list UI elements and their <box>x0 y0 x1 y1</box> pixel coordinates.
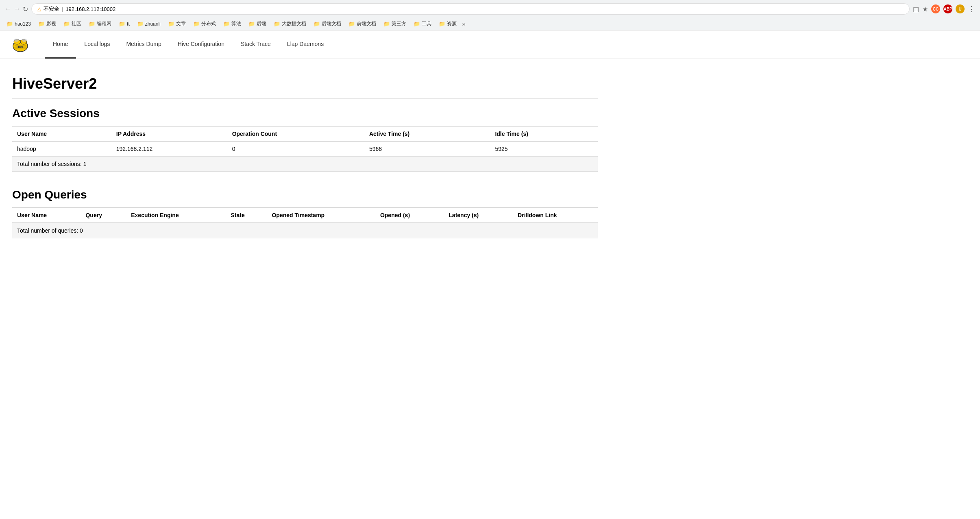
page-content: HiveServer2 Active Sessions User Name IP… <box>0 59 610 255</box>
svg-point-3 <box>14 39 19 42</box>
bookmark-folder-icon: 📁 <box>383 21 390 27</box>
bookmark-folder-icon: 📁 <box>348 21 355 27</box>
bookmark-wenzhang[interactable]: 📁 文章 <box>166 20 187 28</box>
page-title: HiveServer2 <box>12 75 598 99</box>
bookmark-folder-icon: 📁 <box>89 21 95 27</box>
bookmark-label: 工具 <box>422 20 431 27</box>
bookmark-gongju[interactable]: 📁 工具 <box>412 20 433 28</box>
bookmark-fenbushi[interactable]: 📁 分布式 <box>192 20 218 28</box>
bookmark-folder-icon: 📁 <box>248 21 255 27</box>
bookmark-folder-icon: 📁 <box>274 21 280 27</box>
col-oq-user-name: User Name <box>12 208 81 223</box>
bookmark-label: hao123 <box>15 21 31 27</box>
table-row: hadoop 192.168.2.112 0 5968 5925 <box>12 142 598 157</box>
bookmarks-overflow-icon[interactable]: » <box>462 21 466 27</box>
svg-text:HIVE: HIVE <box>17 45 24 49</box>
bookmark-label: 影视 <box>46 20 56 27</box>
bookmark-label: 分布式 <box>201 20 216 27</box>
bookmark-label: 社区 <box>72 20 81 27</box>
menu-icon[interactable]: ⋮ <box>968 4 975 13</box>
active-sessions-footer: Total number of sessions: 1 <box>12 156 598 172</box>
open-queries-table: User Name Query Execution Engine State O… <box>12 207 598 223</box>
bookmark-label: 资源 <box>447 20 457 27</box>
col-operation-count: Operation Count <box>227 126 364 142</box>
active-sessions-table: User Name IP Address Operation Count Act… <box>12 126 598 156</box>
abp-extension-icon[interactable]: ABP <box>943 4 952 13</box>
active-sessions-section: Active Sessions User Name IP Address Ope… <box>12 107 598 172</box>
cell-operation-count: 0 <box>227 142 364 157</box>
bookmark-folder-icon: 📁 <box>439 21 445 27</box>
bookmark-bianchengwang[interactable]: 📁 编程网 <box>87 20 113 28</box>
bookmark-label: 文章 <box>176 20 186 27</box>
col-oq-drilldown: Drilldown Link <box>513 208 598 223</box>
bookmark-ziyuan[interactable]: 📁 资源 <box>437 20 458 28</box>
bookmark-disanfang[interactable]: 📁 第三方 <box>382 20 408 28</box>
bookmark-folder-icon: 📁 <box>63 21 70 27</box>
bookmark-label: tt <box>127 21 130 27</box>
col-idle-time: Idle Time (s) <box>490 126 598 142</box>
bookmark-shequ[interactable]: 📁 社区 <box>62 20 83 28</box>
bookmark-folder-icon: 📁 <box>193 21 200 27</box>
bookmark-hao123[interactable]: 📁 hao123 <box>5 20 33 28</box>
cell-active-time: 5968 <box>364 142 490 157</box>
forward-icon[interactable]: → <box>14 5 20 13</box>
bookmark-zhuanli[interactable]: 📁 zhuanli <box>135 20 162 28</box>
open-queries-title: Open Queries <box>12 188 598 201</box>
bookmark-folder-icon: 📁 <box>119 21 125 27</box>
cc-extension-icon[interactable]: CC <box>931 4 940 13</box>
bookmark-houduan-doc[interactable]: 📁 后端文档 <box>312 20 343 28</box>
col-oq-query: Query <box>81 208 126 223</box>
bookmark-label: 算法 <box>231 20 241 27</box>
col-active-time: Active Time (s) <box>364 126 490 142</box>
hive-logo[interactable]: HIVE <box>8 35 33 55</box>
cell-idle-time: 5925 <box>490 142 598 157</box>
user-extension-icon[interactable]: U <box>956 4 965 13</box>
bookmark-folder-icon: 📁 <box>168 21 174 27</box>
bookmark-folder-icon: 📁 <box>137 21 144 27</box>
active-sessions-header-row: User Name IP Address Operation Count Act… <box>12 126 598 142</box>
col-oq-latency: Latency (s) <box>444 208 513 223</box>
extensions-icon[interactable]: ◫ <box>913 5 919 13</box>
bookmark-folder-icon: 📁 <box>414 21 420 27</box>
nav-hive-configuration[interactable]: Hive Configuration <box>170 31 233 59</box>
bookmark-label: 后端 <box>257 20 266 27</box>
reload-icon[interactable]: ↻ <box>23 5 28 13</box>
nav-local-logs[interactable]: Local logs <box>76 31 118 59</box>
browser-actions: ◫ ★ CC ABP U ⋮ <box>913 4 975 13</box>
bookmark-tt[interactable]: 📁 tt <box>117 20 131 28</box>
bookmark-label: 编程网 <box>97 20 111 27</box>
nav-stack-trace[interactable]: Stack Trace <box>233 31 279 59</box>
bookmark-folder-icon: 📁 <box>223 21 230 27</box>
bookmark-folder-icon: 📁 <box>7 21 13 27</box>
bookmark-houduan[interactable]: 📁 后端 <box>247 20 268 28</box>
bookmark-icon[interactable]: ★ <box>922 5 928 13</box>
col-oq-opened: Opened (s) <box>375 208 444 223</box>
open-queries-section: Open Queries User Name Query Execution E… <box>12 188 598 238</box>
open-queries-footer: Total number of queries: 0 <box>12 223 598 238</box>
url-text: 192.168.2.112:10002 <box>65 6 115 12</box>
address-bar[interactable]: △ 不安全 | 192.168.2.112:10002 <box>31 3 910 15</box>
col-oq-opened-timestamp: Opened Timestamp <box>267 208 375 223</box>
col-user-name: User Name <box>12 126 111 142</box>
security-warning-text: 不安全 <box>44 5 59 13</box>
bookmark-folder-icon: 📁 <box>38 21 45 27</box>
bookmark-qianduan-doc[interactable]: 📁 前端文档 <box>347 20 378 28</box>
col-oq-execution-engine: Execution Engine <box>126 208 226 223</box>
section-divider <box>12 180 598 180</box>
nav-llap-daemons[interactable]: Llap Daemons <box>279 31 332 59</box>
col-ip-address: IP Address <box>111 126 227 142</box>
bookmark-label: 前端文档 <box>357 20 376 27</box>
nav-metrics-dump[interactable]: Metrics Dump <box>118 31 169 59</box>
back-icon[interactable]: ← <box>5 5 11 13</box>
bookmark-label: zhuanli <box>145 21 161 27</box>
col-oq-state: State <box>226 208 267 223</box>
nav-links: Home Local logs Metrics Dump Hive Config… <box>45 31 332 59</box>
active-sessions-title: Active Sessions <box>12 107 598 120</box>
nav-bar: HIVE Home Local logs Metrics Dump Hive C… <box>0 31 980 59</box>
bookmark-yingshi[interactable]: 📁 影视 <box>37 20 58 28</box>
nav-home[interactable]: Home <box>45 31 76 59</box>
bookmark-dashuju[interactable]: 📁 大数据文档 <box>272 20 308 28</box>
bookmark-suanfa[interactable]: 📁 算法 <box>222 20 243 28</box>
cell-ip-address: 192.168.2.112 <box>111 142 227 157</box>
bookmark-folder-icon: 📁 <box>314 21 320 27</box>
